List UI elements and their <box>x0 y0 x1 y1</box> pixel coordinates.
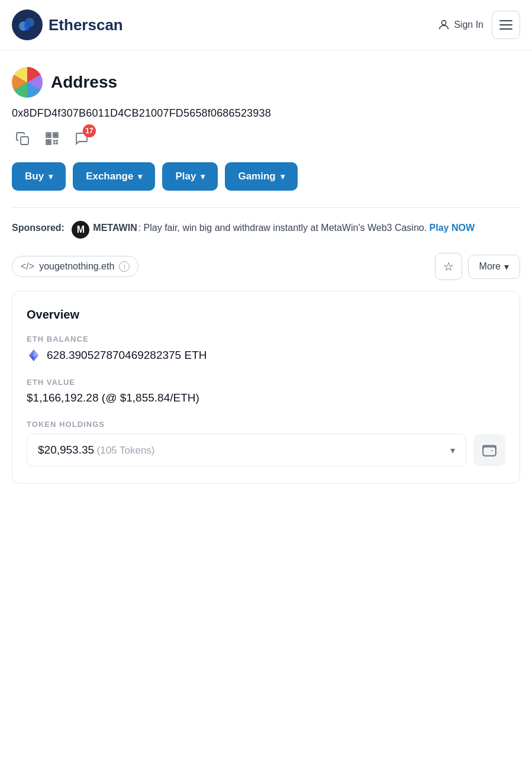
svg-rect-8 <box>47 134 49 136</box>
eth-value-amount: $1,166,192.28 <box>27 391 99 404</box>
ens-row: </> yougetnothing.eth i ☆ More ▾ <box>12 253 520 280</box>
copy-icon[interactable] <box>12 128 33 149</box>
hamburger-line-1 <box>499 20 512 21</box>
address-actions: 17 <box>12 128 520 149</box>
eth-value-label: ETH VALUE <box>27 378 505 387</box>
sign-in-button[interactable]: Sign In <box>437 18 483 31</box>
svg-rect-13 <box>56 140 58 142</box>
qr-code-icon[interactable] <box>41 128 63 149</box>
svg-rect-19 <box>483 447 496 456</box>
ens-right-actions: ☆ More ▾ <box>435 253 520 280</box>
logo-text: Etherscan <box>49 16 123 34</box>
token-holdings-section: TOKEN HOLDINGS $20,953.35 (105 Tokens) ▾ <box>27 420 505 467</box>
token-amount-display: $20,953.35 (105 Tokens) <box>38 444 155 457</box>
token-dropdown[interactable]: $20,953.35 (105 Tokens) ▾ <box>27 433 466 467</box>
token-count: (105 Tokens) <box>97 445 155 456</box>
svg-rect-10 <box>47 141 49 143</box>
comments-icon[interactable]: 17 <box>71 128 92 149</box>
ens-info-icon[interactable]: i <box>119 261 130 272</box>
ens-badge[interactable]: </> yougetnothing.eth i <box>12 256 138 277</box>
gaming-chevron-icon: ▾ <box>280 172 285 181</box>
ens-code-icon: </> <box>21 261 34 272</box>
overview-card: Overview ETH BALANCE 628.390527870469282… <box>12 291 520 484</box>
eth-value-display: $1,166,192.28 (@ $1,855.84/ETH) <box>27 391 505 404</box>
hamburger-menu-button[interactable] <box>492 11 520 39</box>
token-holdings-label: TOKEN HOLDINGS <box>27 420 505 429</box>
eth-balance-section: ETH BALANCE 628.390527870469282375 ETH <box>27 335 505 362</box>
token-holdings-row: $20,953.35 (105 Tokens) ▾ <box>27 433 505 467</box>
svg-rect-12 <box>53 140 55 142</box>
favorite-button[interactable]: ☆ <box>435 253 462 280</box>
eth-balance-value-row: 628.390527870469282375 ETH <box>27 348 505 362</box>
comment-badge: 17 <box>83 124 96 137</box>
section-divider <box>12 207 520 208</box>
star-icon: ☆ <box>443 259 454 274</box>
page-content: Address 0x8DFD4f307B6011D4CB21007FD5658f… <box>0 50 532 484</box>
play-chevron-icon: ▾ <box>201 172 205 181</box>
page-title: Address <box>51 73 117 92</box>
address-header: Address <box>12 67 520 98</box>
buy-chevron-icon: ▾ <box>49 172 53 181</box>
play-now-link[interactable]: Play NOW <box>430 221 475 236</box>
more-chevron-icon: ▾ <box>504 261 509 272</box>
header-right: Sign In <box>437 11 520 39</box>
svg-point-2 <box>24 21 30 31</box>
wallet-icon <box>482 442 497 458</box>
more-button[interactable]: More ▾ <box>468 255 520 279</box>
overview-title: Overview <box>27 308 505 322</box>
metawin-brand-name: METAWIN <box>93 221 137 236</box>
eth-value-rate: (@ $1,855.84/ETH) <box>102 391 199 404</box>
svg-rect-4 <box>21 137 28 144</box>
hamburger-line-3 <box>499 28 512 30</box>
address-string: 0x8DFD4f307B6011D4CB21007FD5658f06865239… <box>12 107 520 120</box>
metawin-logo-icon: M <box>72 221 89 239</box>
svg-rect-14 <box>53 143 55 144</box>
action-buttons: Buy ▾ Exchange ▾ Play ▾ Gaming ▾ <box>12 162 520 191</box>
exchange-button[interactable]: Exchange ▾ <box>73 162 155 191</box>
svg-rect-15 <box>56 143 58 144</box>
etherscan-logo-icon <box>12 9 43 40</box>
sponsored-text: : Play fair, win big and withdraw instan… <box>138 221 427 236</box>
svg-rect-9 <box>54 134 56 136</box>
header: Etherscan Sign In <box>0 0 532 50</box>
logo-area: Etherscan <box>12 9 123 40</box>
buy-button[interactable]: Buy ▾ <box>12 162 66 191</box>
user-icon <box>437 18 450 31</box>
play-button[interactable]: Play ▾ <box>162 162 218 191</box>
svg-point-3 <box>442 21 446 25</box>
token-amount: $20,953.35 <box>38 444 94 456</box>
eth-balance-amount: 628.390527870469282375 ETH <box>47 349 207 362</box>
token-dropdown-chevron-icon: ▾ <box>450 445 455 456</box>
address-avatar <box>12 67 43 98</box>
token-wallet-button[interactable] <box>473 434 505 466</box>
hamburger-line-2 <box>499 24 512 25</box>
eth-diamond-icon <box>27 348 41 362</box>
eth-value-section: ETH VALUE $1,166,192.28 (@ $1,855.84/ETH… <box>27 378 505 404</box>
sponsored-bar: Sponsored: M METAWIN : Play fair, win bi… <box>12 221 520 239</box>
gaming-button[interactable]: Gaming ▾ <box>225 162 297 191</box>
ens-name: yougetnothing.eth <box>39 261 114 272</box>
eth-balance-label: ETH BALANCE <box>27 335 505 343</box>
exchange-chevron-icon: ▾ <box>138 172 142 181</box>
sponsored-label: Sponsored: <box>12 221 65 236</box>
